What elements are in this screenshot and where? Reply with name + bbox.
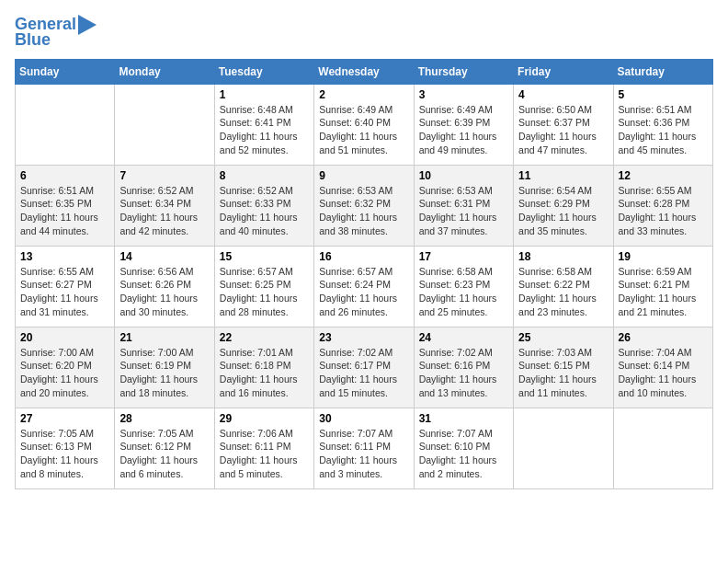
calendar-cell: 3Sunrise: 6:49 AM Sunset: 6:39 PM Daylig… [414,84,513,165]
day-number: 15 [220,250,309,263]
calendar-cell: 7Sunrise: 6:52 AM Sunset: 6:34 PM Daylig… [115,165,214,246]
day-number: 11 [518,169,608,182]
calendar-cell: 16Sunrise: 6:57 AM Sunset: 6:24 PM Dayli… [314,246,414,327]
day-number: 17 [419,250,508,263]
calendar-cell [115,84,214,165]
day-info: Sunrise: 6:53 AM Sunset: 6:31 PM Dayligh… [419,184,508,238]
calendar-cell: 1Sunrise: 6:48 AM Sunset: 6:41 PM Daylig… [214,84,313,165]
calendar-cell: 23Sunrise: 7:02 AM Sunset: 6:17 PM Dayli… [314,327,414,408]
day-number: 25 [518,331,608,344]
day-info: Sunrise: 6:55 AM Sunset: 6:28 PM Dayligh… [619,184,708,238]
day-info: Sunrise: 6:49 AM Sunset: 6:39 PM Dayligh… [419,103,508,157]
day-number: 28 [119,412,209,425]
day-number: 13 [20,250,109,263]
calendar-cell: 13Sunrise: 6:55 AM Sunset: 6:27 PM Dayli… [16,246,115,327]
day-number: 6 [20,169,109,182]
day-number: 14 [119,250,209,263]
calendar-cell: 10Sunrise: 6:53 AM Sunset: 6:31 PM Dayli… [414,165,513,246]
day-number: 27 [20,412,109,425]
day-number: 29 [220,412,309,425]
day-number: 4 [518,88,608,101]
day-number: 26 [619,331,708,344]
logo-arrow-icon [78,15,97,35]
day-number: 24 [419,331,508,344]
day-info: Sunrise: 6:55 AM Sunset: 6:27 PM Dayligh… [20,265,109,319]
day-info: Sunrise: 6:49 AM Sunset: 6:40 PM Dayligh… [319,103,408,157]
weekday-header: Wednesday [314,59,414,84]
calendar-body: 1Sunrise: 6:48 AM Sunset: 6:41 PM Daylig… [16,84,713,488]
day-number: 5 [619,88,708,101]
logo-text2: Blue [15,31,51,50]
day-info: Sunrise: 7:03 AM Sunset: 6:15 PM Dayligh… [518,346,608,400]
calendar-cell: 4Sunrise: 6:50 AM Sunset: 6:37 PM Daylig… [514,84,613,165]
calendar-week-row: 20Sunrise: 7:00 AM Sunset: 6:20 PM Dayli… [16,327,713,408]
day-number: 9 [319,169,408,182]
page-header: General Blue [15,15,713,50]
svg-marker-0 [78,15,97,35]
day-number: 16 [319,250,408,263]
day-info: Sunrise: 6:58 AM Sunset: 6:22 PM Dayligh… [518,265,608,319]
calendar-cell: 25Sunrise: 7:03 AM Sunset: 6:15 PM Dayli… [514,327,613,408]
calendar-cell: 22Sunrise: 7:01 AM Sunset: 6:18 PM Dayli… [214,327,313,408]
day-number: 8 [220,169,309,182]
day-info: Sunrise: 6:59 AM Sunset: 6:21 PM Dayligh… [619,265,708,319]
weekday-header: Thursday [414,59,513,84]
calendar-cell: 27Sunrise: 7:05 AM Sunset: 6:13 PM Dayli… [16,408,115,488]
calendar-week-row: 27Sunrise: 7:05 AM Sunset: 6:13 PM Dayli… [16,408,713,488]
calendar-cell: 24Sunrise: 7:02 AM Sunset: 6:16 PM Dayli… [414,327,513,408]
day-info: Sunrise: 7:04 AM Sunset: 6:14 PM Dayligh… [619,346,708,400]
day-info: Sunrise: 7:02 AM Sunset: 6:17 PM Dayligh… [319,346,408,400]
calendar-cell [613,408,712,488]
day-info: Sunrise: 6:56 AM Sunset: 6:26 PM Dayligh… [119,265,209,319]
day-number: 2 [319,88,408,101]
day-info: Sunrise: 6:54 AM Sunset: 6:29 PM Dayligh… [518,184,608,238]
calendar-cell: 9Sunrise: 6:53 AM Sunset: 6:32 PM Daylig… [314,165,414,246]
day-info: Sunrise: 6:52 AM Sunset: 6:33 PM Dayligh… [220,184,309,238]
calendar-cell: 21Sunrise: 7:00 AM Sunset: 6:19 PM Dayli… [115,327,214,408]
day-number: 3 [419,88,508,101]
calendar-week-row: 1Sunrise: 6:48 AM Sunset: 6:41 PM Daylig… [16,84,713,165]
calendar-cell: 29Sunrise: 7:06 AM Sunset: 6:11 PM Dayli… [214,408,313,488]
day-number: 22 [220,331,309,344]
weekday-header: Monday [115,59,214,84]
calendar-cell: 17Sunrise: 6:58 AM Sunset: 6:23 PM Dayli… [414,246,513,327]
day-info: Sunrise: 7:07 AM Sunset: 6:10 PM Dayligh… [419,427,508,481]
calendar-cell: 20Sunrise: 7:00 AM Sunset: 6:20 PM Dayli… [16,327,115,408]
day-number: 23 [319,331,408,344]
calendar-week-row: 13Sunrise: 6:55 AM Sunset: 6:27 PM Dayli… [16,246,713,327]
calendar-cell: 18Sunrise: 6:58 AM Sunset: 6:22 PM Dayli… [514,246,613,327]
weekday-header: Saturday [613,59,712,84]
calendar-cell [514,408,613,488]
weekday-header: Friday [514,59,613,84]
weekday-header-row: SundayMondayTuesdayWednesdayThursdayFrid… [16,59,713,84]
calendar-cell: 19Sunrise: 6:59 AM Sunset: 6:21 PM Dayli… [613,246,712,327]
day-info: Sunrise: 6:51 AM Sunset: 6:36 PM Dayligh… [619,103,708,157]
calendar-table: SundayMondayTuesdayWednesdayThursdayFrid… [15,59,713,489]
weekday-header: Sunday [16,59,115,84]
day-info: Sunrise: 7:00 AM Sunset: 6:20 PM Dayligh… [20,346,109,400]
day-info: Sunrise: 6:57 AM Sunset: 6:25 PM Dayligh… [220,265,309,319]
day-number: 30 [319,412,408,425]
calendar-cell: 26Sunrise: 7:04 AM Sunset: 6:14 PM Dayli… [613,327,712,408]
day-number: 21 [119,331,209,344]
calendar-cell: 28Sunrise: 7:05 AM Sunset: 6:12 PM Dayli… [115,408,214,488]
day-info: Sunrise: 7:07 AM Sunset: 6:11 PM Dayligh… [319,427,408,481]
day-number: 31 [419,412,508,425]
day-info: Sunrise: 7:06 AM Sunset: 6:11 PM Dayligh… [220,427,309,481]
day-number: 12 [619,169,708,182]
day-info: Sunrise: 6:50 AM Sunset: 6:37 PM Dayligh… [518,103,608,157]
calendar-cell: 5Sunrise: 6:51 AM Sunset: 6:36 PM Daylig… [613,84,712,165]
day-number: 19 [619,250,708,263]
calendar-cell: 11Sunrise: 6:54 AM Sunset: 6:29 PM Dayli… [514,165,613,246]
day-info: Sunrise: 7:00 AM Sunset: 6:19 PM Dayligh… [119,346,209,400]
calendar-cell [16,84,115,165]
day-info: Sunrise: 6:48 AM Sunset: 6:41 PM Dayligh… [220,103,309,157]
day-number: 18 [518,250,608,263]
day-info: Sunrise: 6:52 AM Sunset: 6:34 PM Dayligh… [119,184,209,238]
calendar-cell: 14Sunrise: 6:56 AM Sunset: 6:26 PM Dayli… [115,246,214,327]
calendar-cell: 12Sunrise: 6:55 AM Sunset: 6:28 PM Dayli… [613,165,712,246]
weekday-header: Tuesday [214,59,313,84]
day-number: 20 [20,331,109,344]
calendar-week-row: 6Sunrise: 6:51 AM Sunset: 6:35 PM Daylig… [16,165,713,246]
day-info: Sunrise: 7:02 AM Sunset: 6:16 PM Dayligh… [419,346,508,400]
